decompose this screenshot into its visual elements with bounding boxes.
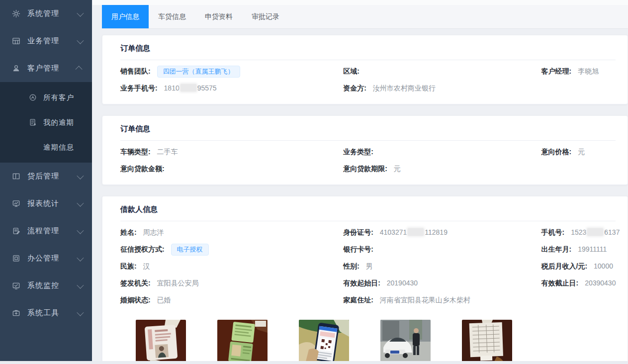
field-value: 河南省宜阳县花果山乡木柴村 (380, 296, 470, 304)
field-id-number: 身份证号: 4103271112819 (343, 228, 541, 237)
credit-auth-tag[interactable]: 电子授权 (171, 244, 209, 256)
gear-icon (12, 9, 20, 18)
monitor-icon (12, 199, 20, 208)
field-value: 1810 (164, 84, 179, 92)
photo-phone-qr[interactable]: 授权码照 (299, 320, 349, 364)
field-business-type: 业务类型: (343, 148, 541, 157)
redaction-blur (180, 84, 196, 91)
field-loan-term: 意向贷款期限: 元 (343, 165, 541, 174)
sidebar-item-label: 办公管理 (27, 254, 77, 263)
field-label: 有效截止日: (541, 279, 579, 287)
sales-team-tag[interactable]: 四团一营（直属王鹏飞） (157, 66, 240, 78)
field-label: 意向贷款期限: (343, 165, 387, 173)
photo-green-booklet[interactable]: 身份证照片 (217, 320, 268, 364)
redaction-blur (587, 228, 603, 236)
field-value: 宜阳县公安局 (157, 279, 199, 287)
sidebar-item-business-management[interactable]: 业务管理 (0, 27, 92, 55)
field-value: 男 (366, 262, 373, 270)
field-mobile: 手机号: 15236137 (541, 228, 616, 237)
field-label: 资金方: (343, 84, 366, 92)
field-value: 已婚 (157, 296, 171, 304)
phone-qr-photo-thumbnail (299, 320, 349, 364)
green-booklet-photo-thumbnail (217, 320, 268, 364)
field-birth: 出生年月: 19911111 (541, 245, 616, 254)
field-home-address: 家庭住址: 河南省宜阳县花果山乡木柴村 (343, 296, 541, 305)
sidebar-item-process-management[interactable]: 流程管理 (0, 217, 92, 245)
chevron-down-icon (77, 227, 84, 234)
book-icon (12, 172, 20, 181)
field-label: 税后月收入/元: (541, 262, 588, 270)
field-bank-card: 银行卡号: (343, 245, 541, 254)
sidebar-item-label: 系统工具 (27, 308, 77, 318)
toolbox-icon (12, 309, 20, 317)
sidebar-item-overdue-info[interactable]: 逾期信息 (0, 135, 92, 160)
field-region: 区域: (343, 67, 541, 76)
field-label: 业务手机号: (120, 84, 158, 92)
field-row: 车辆类型: 二手车 业务类型: 意向价格: 元 (120, 144, 616, 161)
field-sales-team: 销售团队: 四团一营（直属王鹏飞） (120, 66, 343, 78)
tab-car-loan-info[interactable]: 车贷信息 (149, 5, 195, 28)
field-label: 签发机关: (120, 279, 151, 287)
photo-paper-document[interactable]: 其他材料 (462, 320, 512, 364)
chevron-down-icon (77, 254, 84, 261)
field-value: 6137 (604, 228, 620, 236)
photo-person-with-car[interactable]: 个人照 (380, 320, 431, 364)
sidebar-item-all-customers[interactable]: 所有客户 (0, 85, 92, 110)
field-value: 4103271 (380, 228, 407, 236)
field-label: 婚姻状态: (120, 296, 151, 304)
chevron-down-icon (77, 172, 84, 179)
field-row: 征信授权方式: 电子授权 银行卡号: 出生年月: 19911111 (120, 241, 616, 258)
field-label: 车辆类型: (120, 148, 151, 156)
field-label: 销售团队: (120, 67, 151, 75)
tab-user-info[interactable]: 用户信息 (102, 5, 149, 28)
sidebar-item-system-management[interactable]: 系统管理 (0, 0, 92, 27)
notebook-icon (29, 118, 37, 126)
detail-tabbar: 用户信息 车贷信息 申贷资料 审批记录 (102, 5, 628, 29)
order-info-card: 订单信息 销售团队: 四团一营（直属王鹏飞） 区域: 客户经理: 李晓旭 业务手… (102, 35, 628, 104)
sidebar-item-office-management[interactable]: 办公管理 (0, 245, 92, 272)
field-row: 民族: 汉 性别: 男 税后月收入/元: 10000 (120, 258, 616, 275)
sidebar-item-report-statistics[interactable]: 报表统计 (0, 190, 92, 217)
card-title: 订单信息 (120, 35, 616, 60)
bottom-strip (0, 361, 628, 364)
sidebar-item-label: 系统管理 (27, 9, 77, 18)
redaction-blur (408, 228, 424, 236)
loan-intent-card: 订单信息 车辆类型: 二手车 业务类型: 意向价格: 元 意向贷款金额: 意向贷… (102, 115, 628, 185)
sidebar-item-label: 所有客户 (43, 93, 74, 102)
tab-loan-application-docs[interactable]: 申贷资料 (195, 5, 242, 28)
sidebar-item-system-monitor[interactable]: 系统监控 (0, 272, 92, 299)
sidebar-item-system-tools[interactable]: 系统工具 (0, 299, 92, 327)
field-value: 10000 (594, 262, 613, 270)
sidebar-item-label: 系统监控 (27, 281, 77, 290)
field-label: 手机号: (541, 228, 565, 236)
main-content: 用户信息 车贷信息 申贷资料 审批记录 订单信息 销售团队: 四团一营（直属王鹏… (92, 0, 628, 361)
field-label: 客户经理: (541, 67, 572, 75)
field-label: 性别: (343, 262, 359, 270)
field-value: 汝州市农村商业银行 (373, 84, 436, 92)
card-title: 借款人信息 (120, 196, 616, 221)
customer-management-submenu: 所有客户 我的逾期 逾期信息 (0, 82, 92, 163)
sidebar-item-postloan-management[interactable]: 贷后管理 (0, 163, 92, 190)
chevron-down-icon (77, 309, 84, 316)
borrower-info-card: 借款人信息 姓名: 周志洋 身份证号: 4103271112819 手机号: 1… (102, 196, 628, 364)
field-value: 19911111 (578, 245, 607, 253)
field-funder: 资金方: 汝州市农村商业银行 (343, 84, 541, 93)
field-label: 银行卡号: (343, 245, 373, 253)
field-business-phone: 业务手机号: 181095575 (120, 84, 343, 93)
field-income: 税后月收入/元: 10000 (541, 262, 616, 271)
field-label: 意向价格: (541, 148, 572, 156)
field-vehicle-type: 车辆类型: 二手车 (120, 148, 343, 157)
sidebar-item-customer-management[interactable]: 客户管理 (0, 55, 92, 82)
field-gender: 性别: 男 (343, 262, 541, 271)
id-card-photo-thumbnail (136, 320, 186, 364)
photo-id-card[interactable]: 个人照 (136, 320, 186, 364)
sidebar-item-my-overdue[interactable]: 我的逾期 (0, 110, 92, 135)
field-label: 征信授权方式: (120, 245, 165, 253)
field-valid-to: 有效截止日: 20390430 (541, 279, 616, 288)
tab-approval-records[interactable]: 审批记录 (242, 5, 289, 28)
field-name: 姓名: 周志洋 (120, 228, 343, 237)
field-value: 1523 (571, 228, 586, 236)
field-value: 20390430 (585, 279, 616, 287)
field-value: 周志洋 (143, 228, 164, 236)
chevron-down-icon (77, 9, 84, 16)
